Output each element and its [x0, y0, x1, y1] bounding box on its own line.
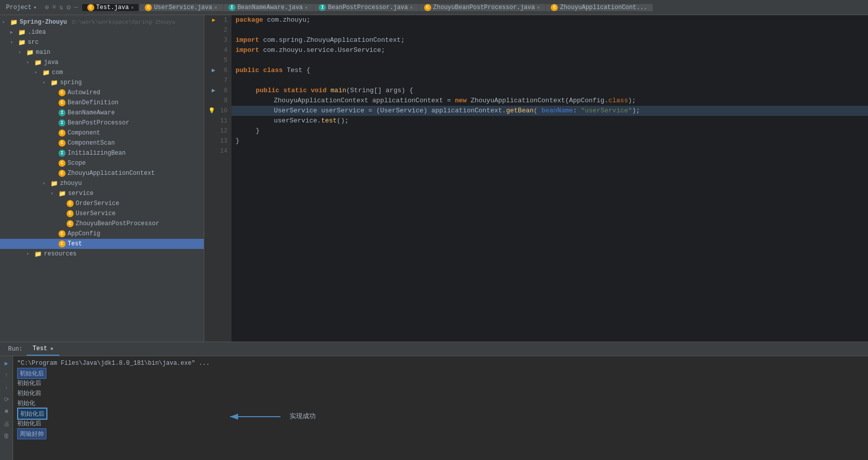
tree-orderservice[interactable]: ▶ C OrderService	[0, 199, 204, 209]
tree-resources[interactable]: ▾ 📁 resources	[0, 249, 204, 259]
zhouyu-label: zhouyu	[60, 180, 82, 187]
com-arrow: ▾	[34, 70, 40, 76]
project-dropdown-arrow[interactable]: ▾	[33, 5, 36, 11]
tree-service-folder[interactable]: ▾ 📁 service	[0, 188, 204, 199]
success-arrow-svg	[225, 407, 285, 427]
code-line-5	[232, 55, 868, 65]
java-icon: 📁	[34, 59, 42, 67]
tree-userservice[interactable]: ▶ C UserService	[0, 209, 204, 219]
tree-src[interactable]: ▾ 📁 src	[0, 37, 204, 47]
tab-close-test[interactable]: ✕	[131, 5, 134, 11]
code-line-9: ZhouyuApplicationContext applicationCont…	[232, 96, 868, 106]
ln-3: 3	[208, 35, 227, 45]
tree-zhouyu[interactable]: ▾ 📁 zhouyu	[0, 178, 204, 188]
scope-label: Scope	[68, 160, 86, 167]
tree-zhouyuappcontext[interactable]: ▶ C ZhouyuApplicationContext	[0, 168, 204, 178]
run-btn[interactable]: ▶	[2, 358, 12, 368]
zhouyu-arrow: ▾	[42, 180, 48, 186]
tree-main[interactable]: ▾ 📁 main	[0, 47, 204, 57]
tree-initializingbean[interactable]: ▶ I InitializingBean	[0, 148, 204, 158]
orderservice-icon: C	[67, 200, 74, 207]
autowired-icon: C	[59, 89, 66, 96]
editor-tab-zhouyubpp[interactable]: C ZhouyuBeanPostProcessor.java ✕	[419, 4, 546, 11]
zhouyuappcontext-label: ZhouyuApplicationContext	[68, 170, 155, 177]
bottom-toolbar: ▶ ↑ ↓ ⟳ ■ 🖨 🗑	[0, 356, 13, 460]
print-btn[interactable]: 🖨	[2, 419, 12, 429]
tab-icon-zhouyubpp: C	[424, 4, 431, 11]
beanpostprocessor-label: BeanPostProcessor	[68, 119, 129, 126]
scroll-down-btn[interactable]: ↓	[2, 382, 12, 392]
test-row-container: ▶ C Test ←	[0, 239, 204, 249]
tab-close-beanpostprocessor[interactable]: ✕	[410, 5, 413, 11]
editor-tab-zhouyuapp[interactable]: C ZhouyuApplicationCont...	[546, 4, 653, 11]
tab-icon-userservice: C	[145, 4, 152, 11]
layout-icon[interactable]: ≡	[52, 3, 56, 12]
code-line-4: import com.zhouyu.service.UserService;	[232, 45, 868, 55]
editor-tab-beannameaware[interactable]: I BeanNameAware.java ✕	[223, 4, 314, 11]
editor-tab-test[interactable]: C Test.java ✕	[82, 4, 140, 11]
gear-icon[interactable]: ⚙	[67, 3, 71, 12]
bottom-tab-close[interactable]: ✕	[50, 346, 53, 352]
ln-11: 11	[208, 116, 227, 126]
tree-component[interactable]: ▶ C Component	[0, 128, 204, 138]
clear-btn[interactable]: 🗑	[2, 431, 12, 441]
tree-root[interactable]: ▾ 📁 Spring-Zhouyu D:\work\workspace\Spri…	[0, 17, 204, 27]
main-label: main	[36, 49, 50, 56]
bottom-tab-test[interactable]: Test ✕	[27, 342, 60, 356]
ln6-run[interactable]: ▶	[208, 65, 215, 76]
tree-beandefinition[interactable]: ▶ C BeanDefinition	[0, 98, 204, 108]
code-line-8: public static void main(String[] args) {	[232, 86, 868, 96]
code-line-1: package com.zhouyu;	[232, 15, 868, 25]
code-line-11: userService.test();	[232, 116, 868, 126]
zhouyuappcontext-icon: C	[59, 170, 66, 177]
scroll-up-btn[interactable]: ↑	[2, 370, 12, 380]
ln10-bulb[interactable]: 💡	[208, 106, 215, 116]
editor-tab-userservice[interactable]: C UserService.java ✕	[140, 4, 222, 11]
tab-close-beannameaware[interactable]: ✕	[305, 5, 308, 11]
tree-beannameaware[interactable]: ▶ I BeanNameAware	[0, 108, 204, 118]
tree-java[interactable]: ▾ 📁 java	[0, 57, 204, 68]
idea-arrow: ▶	[10, 29, 16, 35]
project-tab[interactable]: Project ▾	[2, 0, 40, 15]
src-label: src	[28, 39, 39, 46]
tree-com[interactable]: ▾ 📁 com	[0, 68, 204, 78]
service-icon: 📁	[59, 190, 66, 198]
appconfig-icon: C	[59, 230, 66, 237]
ln-2: 2	[208, 25, 227, 35]
expand-icon[interactable]: ⇅	[59, 3, 63, 12]
sync-icon[interactable]: ⊕	[44, 3, 48, 12]
close-panel-icon[interactable]: —	[74, 3, 78, 12]
tree-autowired[interactable]: ▶ C Autowired	[0, 88, 204, 98]
ln-13: 13	[208, 136, 227, 146]
code-line-13: }	[232, 136, 868, 146]
main-icon: 📁	[26, 49, 34, 56]
tree-appconfig[interactable]: ▶ C AppConfig	[0, 229, 204, 239]
tree-test[interactable]: ▶ C Test	[0, 239, 204, 249]
componentscan-label: ComponentScan	[68, 140, 115, 147]
console-line-2: 初始化后	[17, 378, 864, 388]
tree-spring[interactable]: ▾ 📁 spring	[0, 78, 204, 88]
tree-scope[interactable]: ▶ C Scope	[0, 158, 204, 168]
tab-label-beannameaware: BeanNameAware.java	[238, 4, 303, 11]
tab-close-userservice[interactable]: ✕	[214, 5, 217, 11]
ln8-run[interactable]: ▶	[208, 86, 215, 96]
tree-idea[interactable]: ▶ 📁 .idea	[0, 27, 204, 37]
stop-btn[interactable]: ■	[2, 407, 12, 417]
tree-beanpostprocessor[interactable]: ▶ I BeanPostProcessor	[0, 118, 204, 128]
tree-componentscan[interactable]: ▶ C ComponentScan	[0, 138, 204, 148]
service-label: service	[68, 190, 93, 197]
beannameaware-label: BeanNameAware	[68, 109, 115, 116]
console-line-6: 初始化后	[17, 419, 864, 429]
code-line-10: UserService userService = (UserService) …	[232, 106, 868, 116]
idea-label: .idea	[28, 29, 46, 36]
console-init2: 初始化后	[17, 378, 41, 388]
ln-5: 5	[208, 55, 227, 65]
tab-close-zhouyubpp[interactable]: ✕	[537, 5, 540, 11]
project-label: Project	[6, 4, 31, 11]
rerun-btn[interactable]: ⟳	[2, 395, 12, 405]
code-content[interactable]: ▶ 1 2 3 4 5 ▶ 6 7 ▶ 8 9 💡 1	[204, 15, 868, 342]
tree-zhouyubpp[interactable]: ▶ C ZhouyuBeanPostProcessor	[0, 219, 204, 229]
console-output: "C:\Program Files\Java\jdk1.8.0_181\bin\…	[13, 356, 868, 460]
editor-tab-beanpostprocessor[interactable]: I BeanPostProcessor.java ✕	[314, 4, 418, 11]
spring-label: spring	[60, 79, 82, 86]
